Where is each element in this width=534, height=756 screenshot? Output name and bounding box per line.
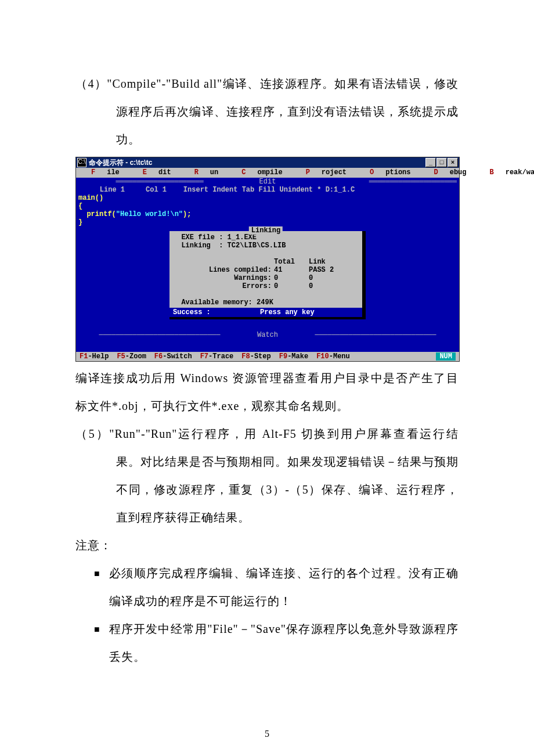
post-compile-para: 编译连接成功后用 Windows 资源管理器查看用户目录中是否产生了目标文件*.… bbox=[75, 364, 459, 420]
linking-lib-row: Linking : TC2\LIB\CS.LIB bbox=[173, 242, 359, 250]
window-titlebar[interactable]: C:\ 命令提示符 - c:\tc\tc _ □ × bbox=[76, 157, 459, 168]
window-title: 命令提示符 - c:\tc\tc bbox=[89, 158, 152, 168]
step-4-para: （4）"Compile"-"Build all"编译、连接源程序。如果有语法错误… bbox=[75, 70, 459, 153]
step-5-para: （5）"Run"-"Run"运行程序，用 Alt-F5 切换到用户屏幕查看运行结… bbox=[75, 420, 459, 531]
function-key-bar: F1-Help F5-Zoom F6-Switch F7-Trace F8-St… bbox=[76, 352, 459, 361]
close-button[interactable]: × bbox=[448, 158, 458, 167]
linking-headers: Total Link bbox=[173, 258, 359, 266]
source-code[interactable]: main() { printf("Hello world!\n"); } bbox=[76, 194, 459, 229]
turboc-screenshot: C:\ 命令提示符 - c:\tc\tc _ □ × File Edit Run… bbox=[75, 157, 460, 362]
f5-zoom[interactable]: F5-Zoom bbox=[117, 352, 146, 361]
errors-row: Errors: 0 0 bbox=[173, 282, 359, 290]
editor-status: Line 1 Col 1 Insert Indent Tab Fill Unin… bbox=[76, 186, 459, 194]
note-heading: 注意： bbox=[75, 531, 459, 559]
edit-panel-title: Edit bbox=[76, 177, 459, 186]
note-item-2: 程序开发中经常用"File"－"Save"保存源程序以免意外导致源程序丢失。 bbox=[109, 615, 459, 671]
menu-debug[interactable]: Debug bbox=[423, 168, 478, 177]
f7-trace[interactable]: F7-Trace bbox=[200, 352, 234, 361]
numlock-indicator: NUM bbox=[436, 352, 456, 361]
menu-compile[interactable]: Compile bbox=[230, 168, 294, 177]
warnings-row: Warnings: 0 0 bbox=[173, 274, 359, 282]
exe-file-row: EXE file : 1_1.EXE bbox=[173, 233, 359, 242]
menu-project[interactable]: Project bbox=[294, 168, 358, 177]
menu-break[interactable]: Break/watch bbox=[478, 168, 534, 177]
tc-menubar[interactable]: File Edit Run Compile Project Options De… bbox=[76, 168, 459, 177]
f6-switch[interactable]: F6-Switch bbox=[154, 352, 192, 361]
menu-edit[interactable]: Edit bbox=[131, 168, 183, 177]
menu-options[interactable]: Options bbox=[358, 168, 422, 177]
f9-make[interactable]: F9-Make bbox=[279, 352, 308, 361]
note-list: 必须顺序完成程序编辑、编译连接、运行的各个过程。没有正确编译成功的程序是不可能运… bbox=[75, 559, 459, 671]
f8-step[interactable]: F8-Step bbox=[241, 352, 270, 361]
minimize-button[interactable]: _ bbox=[425, 158, 436, 167]
linking-dialog: Linking EXE file : 1_1.EXE Linking : TC2… bbox=[169, 231, 366, 319]
note-item-1: 必须顺序完成程序编辑、编译连接、运行的各个过程。没有正确编译成功的程序是不可能运… bbox=[109, 559, 459, 615]
linking-title: Linking bbox=[249, 226, 283, 235]
maximize-button[interactable]: □ bbox=[436, 158, 447, 167]
press-any-key: Press any key bbox=[260, 308, 359, 316]
menu-run[interactable]: Run bbox=[183, 168, 230, 177]
page-number: 5 bbox=[75, 729, 459, 739]
f10-menu[interactable]: F10-Menu bbox=[316, 352, 350, 361]
lines-compiled-row: Lines compiled: 41 PASS 2 bbox=[173, 266, 359, 274]
menu-file[interactable]: File bbox=[80, 168, 131, 177]
cmd-icon: C:\ bbox=[77, 158, 86, 167]
f1-help[interactable]: F1-Help bbox=[80, 352, 109, 361]
success-label: Success : bbox=[173, 308, 260, 316]
success-bar[interactable]: Success : Press any key bbox=[169, 308, 362, 317]
watch-panel-title: Watch bbox=[76, 331, 459, 339]
memory-row: Available memory: 249K bbox=[173, 298, 359, 307]
